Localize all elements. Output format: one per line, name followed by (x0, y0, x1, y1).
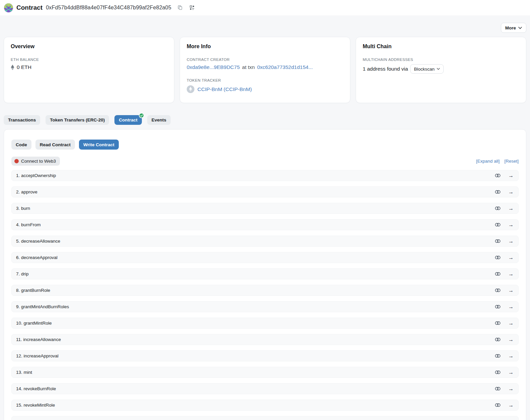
function-row-revokeBurnRole[interactable]: 14. revokeBurnRole → (11, 383, 519, 394)
tab-transactions[interactable]: Transactions (4, 115, 40, 125)
subtab-code-label: Code (16, 142, 27, 147)
function-row-mint[interactable]: 13. mint → (11, 367, 519, 378)
function-row-decreaseApproval[interactable]: 6. decreaseApproval → (11, 252, 519, 263)
arrow-right-icon[interactable]: → (508, 239, 514, 244)
arrow-right-icon[interactable]: → (508, 403, 514, 408)
function-label: 4. burnFrom (16, 222, 41, 227)
blockscan-dropdown[interactable]: Blockscan (410, 64, 444, 74)
permalink-icon[interactable] (495, 337, 501, 342)
subtab-code[interactable]: Code (11, 140, 31, 150)
function-row-increaseAllowance[interactable]: 11. increaseAllowance → (11, 334, 519, 345)
function-row-drip[interactable]: 7. drip → (11, 268, 519, 279)
creator-at-txn-text: at txn (242, 64, 255, 70)
multi-chain-card: Multi Chain MULTICHAIN ADDRESSES 1 addre… (356, 37, 526, 103)
function-row-grantMintAndBurnRoles[interactable]: 9. grantMintAndBurnRoles → (11, 301, 519, 312)
info-cards: Overview ETH BALANCE 0 ETH More Info CON… (4, 37, 526, 103)
permalink-icon[interactable] (495, 255, 501, 260)
arrow-right-icon[interactable]: → (508, 288, 514, 293)
tab-events-label: Events (152, 117, 166, 122)
contract-panel: Code Read Contract Write Contract Connec… (4, 129, 526, 420)
arrow-right-icon[interactable]: → (508, 206, 514, 211)
ethereum-icon (11, 65, 14, 70)
function-row-burnFrom[interactable]: 4. burnFrom → (11, 219, 519, 230)
function-row-grantBurnRole[interactable]: 8. grantBurnRole → (11, 285, 519, 296)
contract-creator-label: CONTRACT CREATOR (187, 58, 343, 62)
more-info-card: More Info CONTRACT CREATOR 0xda9e8e...9E… (180, 37, 350, 103)
subtab-read-contract[interactable]: Read Contract (35, 140, 75, 150)
page-body: More Overview ETH BALANCE 0 ETH More Inf… (0, 23, 530, 420)
arrow-right-icon[interactable]: → (508, 222, 514, 228)
function-label: 9. grantMintAndBurnRoles (16, 304, 69, 309)
tab-bar: Transactions Token Transfers (ERC-20) Co… (4, 115, 526, 125)
arrow-right-icon[interactable]: → (508, 321, 514, 326)
more-button[interactable]: More (501, 23, 526, 33)
arrow-right-icon[interactable]: → (508, 255, 514, 260)
tab-contract[interactable]: Contract (114, 115, 142, 125)
function-label: 2. approve (16, 189, 37, 194)
subtab-read-contract-label: Read Contract (40, 142, 71, 147)
function-label: 12. increaseApproval (16, 353, 59, 358)
arrow-right-icon[interactable]: → (508, 304, 514, 310)
multi-chain-card-title: Multi Chain (363, 44, 519, 50)
expand-all-link[interactable]: [Expand all] (476, 159, 500, 164)
arrow-right-icon[interactable]: → (508, 370, 514, 375)
more-row: More (4, 23, 526, 33)
function-row-grantMintRole[interactable]: 10. grantMintRole → (11, 318, 519, 329)
tab-events[interactable]: Events (147, 115, 171, 125)
permalink-icon[interactable] (495, 173, 501, 178)
function-row-acceptOwnership[interactable]: 1. acceptOwnership → (11, 170, 519, 181)
blockscan-dropdown-label: Blockscan (414, 67, 435, 72)
tab-token-transfers-label: Token Transfers (ERC-20) (50, 117, 105, 122)
permalink-icon[interactable] (495, 403, 501, 407)
function-label: 14. revokeBurnRole (16, 386, 56, 391)
permalink-icon[interactable] (495, 272, 501, 276)
subtab-write-contract-label: Write Contract (83, 142, 114, 147)
chevron-down-icon (518, 27, 522, 29)
overview-card: Overview ETH BALANCE 0 ETH (4, 37, 174, 103)
overview-card-title: Overview (11, 44, 167, 50)
function-row-revokeMintRole[interactable]: 15. revokeMintRole → (11, 400, 519, 411)
function-row-decreaseAllowance[interactable]: 5. decreaseAllowance → (11, 236, 519, 247)
function-row-increaseApproval[interactable]: 12. increaseApproval → (11, 350, 519, 361)
permalink-icon[interactable] (495, 288, 501, 292)
function-label: 13. mint (16, 370, 32, 375)
function-row-burn[interactable]: 3. burn → (11, 203, 519, 214)
permalink-icon[interactable] (495, 206, 501, 211)
copy-icon[interactable] (177, 4, 183, 11)
verified-check-icon (139, 113, 144, 118)
permalink-icon[interactable] (495, 190, 501, 194)
arrow-right-icon[interactable]: → (508, 173, 514, 178)
tab-token-transfers[interactable]: Token Transfers (ERC-20) (46, 115, 109, 125)
tab-transactions-label: Transactions (8, 117, 36, 122)
creator-address-link[interactable]: 0xda9e8e...9EB9DC75 (187, 64, 240, 70)
permalink-icon[interactable] (495, 370, 501, 374)
reset-link[interactable]: [Reset] (504, 159, 519, 164)
token-tracker-label: TOKEN TRACKER (187, 78, 343, 82)
arrow-right-icon[interactable]: → (508, 353, 514, 359)
arrow-right-icon[interactable]: → (508, 271, 514, 277)
contract-address: 0xFd57b4ddBf88a4e07fF4e34C487b99af2Fe82a… (46, 5, 171, 11)
connect-to-web3-button[interactable]: Connect to Web3 (11, 157, 60, 166)
more-info-card-title: More Info (187, 44, 343, 50)
contract-blockie-avatar (4, 3, 13, 12)
permalink-icon[interactable] (495, 387, 501, 391)
connect-row: Connect to Web3 [Expand all] [Reset] (11, 157, 519, 166)
permalink-icon[interactable] (495, 239, 501, 243)
arrow-right-icon[interactable]: → (508, 189, 514, 195)
permalink-icon[interactable] (495, 223, 501, 227)
function-row-partial[interactable] (11, 416, 519, 420)
function-row-approve[interactable]: 2. approve → (11, 186, 519, 197)
arrow-right-icon[interactable]: → (508, 386, 514, 392)
page-title: Contract (16, 4, 42, 11)
permalink-icon[interactable] (495, 321, 501, 325)
function-label: 5. decreaseAllowance (16, 239, 60, 244)
subtab-write-contract[interactable]: Write Contract (79, 140, 119, 150)
permalink-icon[interactable] (495, 305, 501, 309)
function-label: 11. increaseAllowance (16, 337, 61, 342)
permalink-icon[interactable] (495, 354, 501, 358)
arrow-right-icon[interactable]: → (508, 337, 514, 342)
token-tracker-link[interactable]: CCIP-BnM (CCIP-BnM) (197, 86, 252, 92)
qr-code-icon[interactable] (189, 4, 195, 11)
function-label: 3. burn (16, 206, 30, 211)
creation-txn-link[interactable]: 0xc620a77352d1d154... (257, 64, 313, 70)
